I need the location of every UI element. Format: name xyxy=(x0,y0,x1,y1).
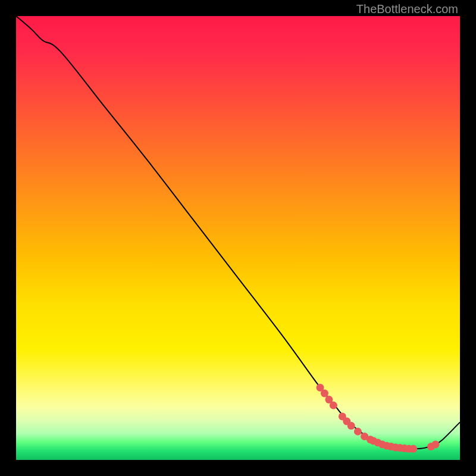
data-marker xyxy=(347,422,355,430)
chart-container: { "watermark": "TheBottleneck.com", "cha… xyxy=(0,0,476,476)
watermark-text: TheBottleneck.com xyxy=(356,2,458,16)
data-marker xyxy=(354,428,362,436)
markers-group xyxy=(317,384,440,453)
data-marker xyxy=(431,440,439,448)
chart-svg xyxy=(16,16,460,460)
plot-area xyxy=(16,16,460,460)
bottleneck-curve xyxy=(16,16,460,449)
data-marker xyxy=(321,390,328,397)
data-marker xyxy=(330,402,337,409)
data-marker xyxy=(409,445,417,453)
